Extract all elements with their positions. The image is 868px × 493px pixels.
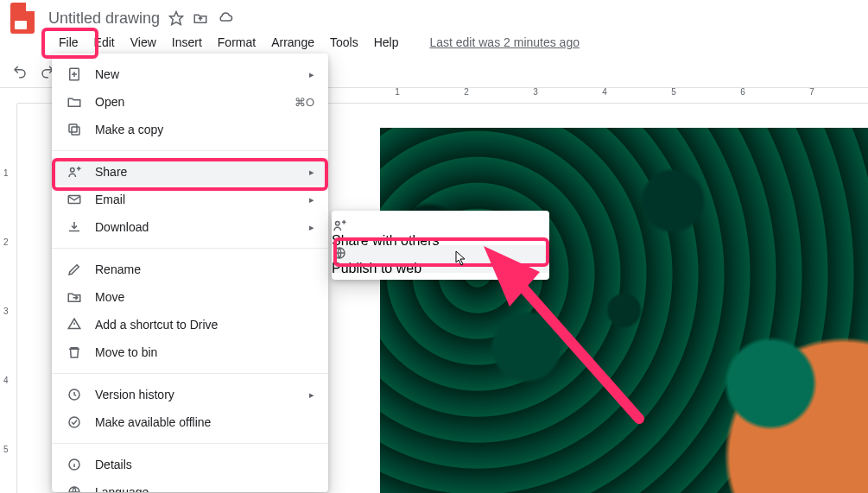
- menu-make-offline-label: Make available offline: [95, 415, 211, 429]
- drive-shortcut-icon: [66, 317, 83, 332]
- menu-rename[interactable]: Rename: [52, 256, 328, 283]
- undo-button[interactable]: [9, 60, 31, 83]
- title-actions: [168, 10, 234, 26]
- menu-make-offline[interactable]: Make available offline: [52, 408, 328, 436]
- menu-move-to-bin-label: Move to bin: [95, 345, 157, 359]
- email-icon: [66, 192, 83, 207]
- forest-image-content: [380, 128, 868, 493]
- menu-share-label: Share: [95, 165, 127, 179]
- menu-separator: [52, 248, 328, 249]
- svg-marker-0: [170, 12, 183, 25]
- folder-icon: [66, 94, 83, 110]
- document-icon: [66, 66, 83, 82]
- ruler-h-label: 1: [395, 87, 400, 97]
- menu-format[interactable]: Format: [211, 32, 263, 53]
- menu-make-copy-label: Make a copy: [95, 123, 163, 136]
- ruler-h-label: 7: [809, 87, 814, 97]
- svg-rect-2: [72, 127, 79, 135]
- menu-email-label: Email: [95, 193, 125, 206]
- ruler-v-label: 3: [3, 307, 9, 316]
- svg-point-4: [71, 168, 75, 173]
- download-icon: [66, 219, 83, 235]
- menu-edit[interactable]: Edit: [87, 32, 122, 53]
- globe-icon: [66, 484, 83, 492]
- last-edit-link[interactable]: Last edit was 2 minutes ago: [422, 32, 586, 53]
- menu-language[interactable]: Language: [52, 478, 328, 492]
- info-icon: [66, 457, 83, 472]
- ruler-h-label: 3: [533, 87, 538, 97]
- menu-separator: [52, 373, 328, 374]
- menu-open[interactable]: Open ⌘O: [52, 88, 328, 116]
- menu-share[interactable]: Share ▸: [52, 158, 328, 186]
- menu-view[interactable]: View: [124, 32, 163, 53]
- menu-language-label: Language: [95, 485, 149, 492]
- drawings-app-icon[interactable]: [10, 3, 35, 34]
- ruler-v-label: 5: [3, 445, 9, 454]
- menu-tools[interactable]: Tools: [323, 32, 365, 53]
- offline-icon: [66, 414, 83, 430]
- history-icon: [66, 387, 83, 402]
- share-icon: [332, 218, 549, 233]
- menu-insert[interactable]: Insert: [165, 32, 209, 53]
- submenu-share-with-others[interactable]: Share with others: [332, 218, 549, 245]
- menu-add-shortcut[interactable]: Add a shortcut to Drive: [52, 311, 328, 338]
- file-menu-dropdown: New ▸ Open ⌘O Make a copy Share ▸ Email …: [52, 54, 328, 492]
- menu-arrange[interactable]: Arrange: [264, 32, 321, 53]
- menu-new-label: New: [95, 67, 119, 81]
- menu-make-copy[interactable]: Make a copy: [52, 116, 328, 143]
- ruler-v-label: 2: [3, 237, 9, 247]
- canvas-image[interactable]: [380, 128, 868, 493]
- ruler-h-label: 6: [740, 87, 745, 97]
- submenu-caret-icon: ▸: [309, 69, 314, 80]
- menu-help[interactable]: Help: [367, 32, 406, 53]
- ruler-h-label: 4: [602, 87, 607, 97]
- submenu-publish-label: Publish to web: [332, 261, 421, 275]
- menu-download-label: Download: [95, 220, 149, 234]
- submenu-caret-icon: ▸: [309, 167, 314, 178]
- menu-open-shortcut: ⌘O: [295, 96, 314, 109]
- menu-details[interactable]: Details: [52, 451, 328, 478]
- menu-move-label: Move: [95, 290, 124, 304]
- menu-details-label: Details: [95, 458, 132, 471]
- copy-icon: [66, 122, 83, 137]
- trash-icon: [66, 344, 83, 360]
- google-drawings-app: Untitled drawing File Edit View Insert F…: [0, 0, 868, 493]
- ruler-vertical: 1 2 3 4 5: [0, 104, 17, 493]
- titlebar: Untitled drawing: [0, 0, 868, 29]
- ruler-h-label: 5: [671, 87, 676, 97]
- submenu-caret-icon: ▸: [309, 389, 314, 401]
- menu-download[interactable]: Download ▸: [52, 213, 328, 241]
- menu-move-to-bin[interactable]: Move to bin: [52, 338, 328, 366]
- menu-rename-label: Rename: [95, 262, 141, 276]
- menu-separator: [52, 443, 328, 444]
- svg-point-10: [336, 222, 340, 226]
- menu-file[interactable]: File: [52, 32, 86, 53]
- move-to-folder-icon[interactable]: [193, 10, 208, 26]
- svg-rect-3: [69, 124, 77, 132]
- menu-add-shortcut-label: Add a shortcut to Drive: [95, 318, 218, 332]
- cloud-status-icon[interactable]: [217, 10, 234, 26]
- pencil-icon: [66, 262, 83, 277]
- menubar: File Edit View Insert Format Arrange Too…: [0, 29, 868, 55]
- ruler-v-label: 4: [3, 376, 9, 385]
- submenu-caret-icon: ▸: [309, 222, 314, 233]
- menu-new[interactable]: New ▸: [52, 60, 328, 88]
- ruler-v-label: 1: [3, 168, 9, 178]
- move-folder-icon: [66, 289, 83, 305]
- menu-version-history-label: Version history: [95, 388, 174, 401]
- svg-point-7: [69, 417, 79, 427]
- menu-separator: [52, 150, 328, 151]
- menu-email[interactable]: Email ▸: [52, 186, 328, 213]
- document-title[interactable]: Untitled drawing: [48, 9, 160, 28]
- share-submenu: Share with others Publish to web: [332, 211, 549, 280]
- submenu-caret-icon: ▸: [309, 194, 314, 205]
- submenu-publish-to-web[interactable]: Publish to web: [332, 245, 549, 273]
- menu-open-label: Open: [95, 95, 124, 109]
- ruler-h-label: 2: [464, 87, 469, 97]
- menu-version-history[interactable]: Version history ▸: [52, 381, 328, 408]
- submenu-share-label: Share with others: [332, 233, 440, 248]
- menu-move[interactable]: Move: [52, 283, 328, 311]
- share-icon: [66, 164, 83, 180]
- star-icon[interactable]: [168, 10, 184, 26]
